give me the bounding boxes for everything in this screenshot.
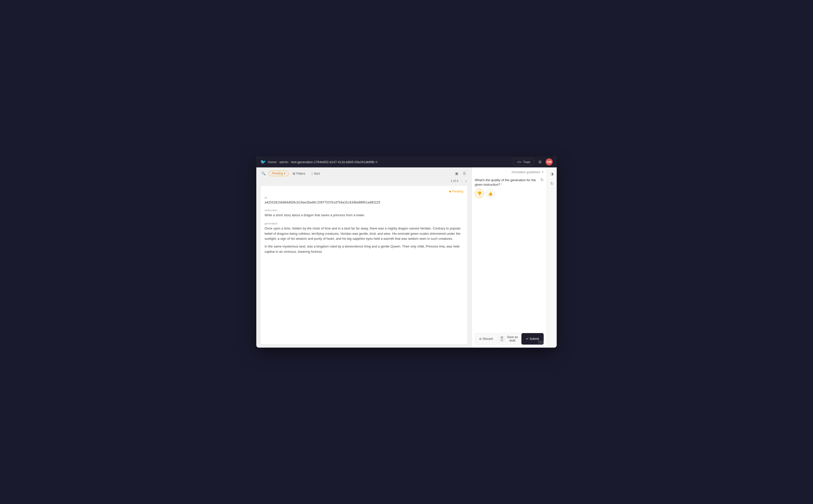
view-single-button[interactable]: ▣ — [454, 170, 460, 176]
pending-label: Pending — [272, 172, 283, 175]
sync-button[interactable]: ↻ — [549, 180, 554, 187]
breadcrumb-project[interactable]: text-generation-1764e602-d147-411b-b6b5-… — [291, 160, 374, 164]
right-panel: Annotation guidelines ↗ ↻ What's the qua… — [472, 167, 547, 348]
next-page-button[interactable]: › — [464, 178, 468, 183]
question-text: What's the quality of the generation for… — [475, 178, 544, 187]
avatar-label: OW — [547, 160, 552, 163]
sort-label: Sort — [314, 172, 320, 175]
id-section: id a425528156d64d926cb19ae26ad9c339f7537… — [265, 196, 463, 205]
filters-button[interactable]: ⊞ Filters — [291, 171, 307, 176]
save-label: Save as draft — [506, 335, 519, 342]
status-badge: Pending — [449, 190, 463, 193]
prev-page-button[interactable]: ‹ — [460, 178, 463, 183]
prev-icon: ‹ — [461, 179, 462, 183]
breadcrumb-home[interactable]: Home — [268, 160, 277, 164]
generation-value-p2: In the same mysterious land, was a kingd… — [265, 244, 463, 255]
save-kbd: ⌘ S — [499, 336, 505, 342]
instruction-value: Write a short story about a dragon that … — [265, 213, 463, 218]
action-bar: ⊘ Discard ⌘ S Save as draft ↵ Submit — [475, 333, 544, 345]
discard-button[interactable]: ⊘ Discard — [475, 333, 497, 345]
question-label: What's the quality of the generation for… — [475, 178, 536, 186]
next-icon: › — [465, 179, 467, 183]
required-star: * — [501, 183, 502, 186]
sort-button[interactable]: ↕ Sort — [309, 171, 322, 176]
refresh-icon: ↻ — [540, 178, 544, 182]
side-icon-panel: ◑ ↻ — [547, 167, 557, 348]
instruction-section: instruction Write a short story about a … — [265, 209, 463, 218]
sync-icon: ↻ — [550, 181, 553, 186]
annotation-card: Pending id a425528156d64d926cb19ae26ad9c… — [260, 185, 468, 345]
thumbs-up-icon: 👍 — [488, 191, 493, 196]
pagination: 1 of 4 ‹ › — [260, 178, 468, 183]
logo: 🐦 — [260, 159, 266, 165]
gear-icon: ⚙ — [538, 160, 542, 164]
breadcrumb-sep2: / — [289, 160, 290, 164]
topbar-right: </> Train ⚙ OW — [513, 158, 553, 165]
discard-icon: ⊘ — [479, 337, 482, 341]
save-draft-button[interactable]: ⌘ S Save as draft — [498, 333, 520, 345]
train-label: Train — [523, 160, 530, 164]
filters-icon: ⊞ — [293, 172, 295, 175]
refresh-button[interactable]: ↻ — [540, 177, 544, 182]
generation-value-p1: Once upon a time, hidden by the mists of… — [265, 226, 463, 241]
theme-icon: ◑ — [550, 172, 554, 176]
page-info: 1 of 4 — [451, 179, 458, 183]
pending-dropdown-icon: ▾ — [284, 172, 285, 175]
topbar: 🐦 Home / admin / text-generation-1764e60… — [256, 156, 557, 167]
breadcrumb: Home / admin / text-generation-1764e602-… — [268, 160, 377, 164]
search-icon: 🔍 — [261, 171, 266, 175]
filters-label: Filters — [296, 172, 305, 175]
main-area: 🔍 Pending ▾ ⊞ Filters ↕ Sort — [256, 167, 557, 348]
id-label: id — [265, 196, 463, 199]
status-label: Pending — [452, 190, 463, 193]
topbar-left: 🐦 Home / admin / text-generation-1764e60… — [260, 159, 377, 165]
submit-icon: ↵ — [526, 337, 529, 341]
annotation-guidelines-label: Annotation guidelines — [511, 170, 540, 174]
card-header: Pending — [265, 190, 463, 193]
avatar[interactable]: OW — [546, 158, 553, 165]
submit-label: Submit — [530, 337, 539, 341]
view-single-icon: ▣ — [455, 171, 458, 175]
thumbs-up-button[interactable]: 👍 — [486, 189, 495, 198]
pending-filter[interactable]: Pending ▾ — [269, 171, 289, 176]
thumbs-down-button[interactable]: 👎 — [475, 189, 484, 198]
search-button[interactable]: 🔍 — [260, 170, 267, 176]
theme-toggle-button[interactable]: ◑ — [549, 170, 555, 177]
breadcrumb-admin[interactable]: admin — [279, 160, 288, 164]
keyboard-shortcut-icon: ⌨ — [538, 340, 544, 345]
settings-button[interactable]: ⚙ — [537, 159, 543, 165]
sort-icon: ↕ — [311, 172, 313, 175]
toolbar-right: ▣ ☰ — [454, 170, 468, 176]
rating-buttons: 👎 👍 — [475, 189, 544, 198]
discard-label: Discard — [483, 337, 493, 341]
view-list-button[interactable]: ☰ — [461, 170, 468, 176]
copy-icon[interactable]: ⧉ — [375, 160, 377, 164]
logo-icon: 🐦 — [260, 159, 266, 165]
generation-section: generation Once upon a time, hidden by t… — [265, 222, 463, 255]
toolbar-left: 🔍 Pending ▾ ⊞ Filters ↕ Sort — [260, 170, 322, 176]
train-code-icon: </> — [517, 160, 522, 164]
instruction-label: instruction — [265, 209, 463, 212]
train-button[interactable]: </> Train — [513, 159, 534, 165]
left-panel: 🔍 Pending ▾ ⊞ Filters ↕ Sort — [256, 167, 472, 348]
external-link-icon: ↗ — [541, 170, 544, 174]
view-list-icon: ☰ — [463, 171, 466, 175]
generation-label: generation — [265, 222, 463, 225]
annotation-guidelines-link[interactable]: Annotation guidelines ↗ — [475, 170, 544, 174]
breadcrumb-sep1: / — [278, 160, 279, 164]
id-value: a425528156d64d926cb19ae26ad9c339f7537b1d… — [265, 200, 463, 205]
thumbs-down-icon: 👎 — [477, 191, 482, 196]
toolbar: 🔍 Pending ▾ ⊞ Filters ↕ Sort — [260, 170, 468, 176]
question-section: What's the quality of the generation for… — [475, 178, 544, 198]
status-dot-icon — [449, 191, 451, 192]
